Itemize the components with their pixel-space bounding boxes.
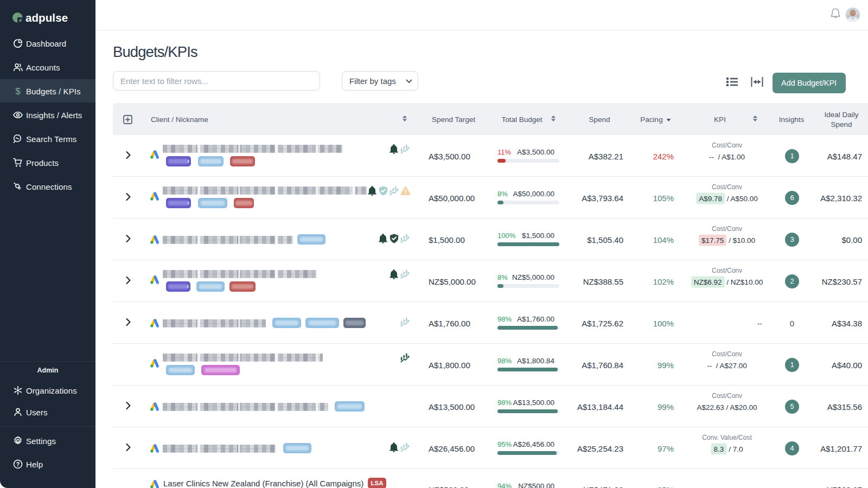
svg-text:$: $ — [15, 86, 21, 96]
svg-text:?: ? — [16, 461, 20, 467]
